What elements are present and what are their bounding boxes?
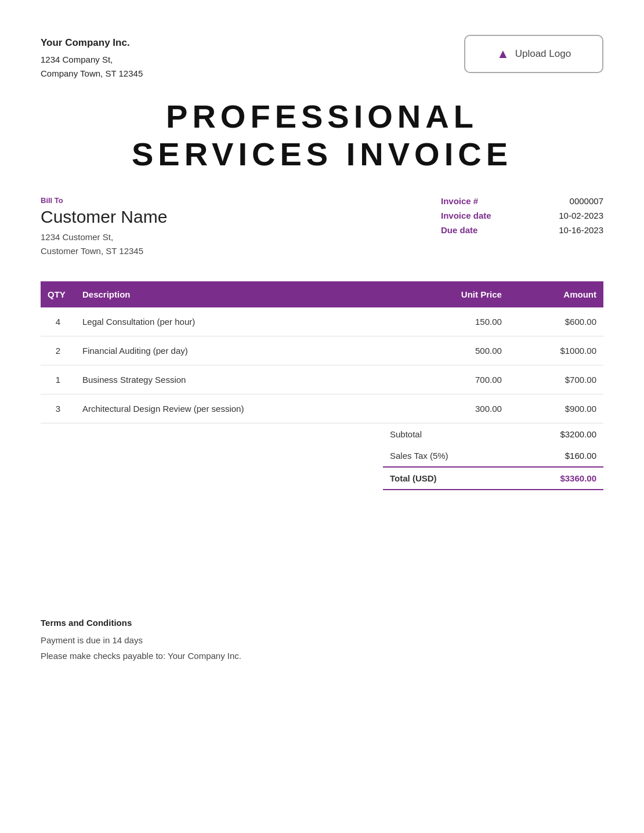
total-label: Total (USD) — [390, 473, 437, 483]
terms-title: Terms and Conditions — [41, 618, 603, 628]
row-description: Legal Consultation (per hour) — [75, 307, 406, 336]
invoice-title: PROFESSIONAL SERVICES INVOICE — [41, 98, 603, 173]
tax-value: $160.00 — [544, 451, 596, 461]
row-qty: 2 — [41, 336, 75, 365]
tax-label: Sales Tax (5%) — [390, 451, 448, 461]
tax-row: Sales Tax (5%) $160.00 — [383, 445, 603, 466]
invoice-number-label: Invoice # — [441, 196, 478, 206]
row-amount: $700.00 — [509, 365, 603, 394]
meta-row-date: Invoice date 10-02-2023 — [441, 211, 603, 220]
row-description: Architectural Design Review (per session… — [75, 394, 406, 423]
row-amount: $900.00 — [509, 394, 603, 423]
upload-logo-label: Upload Logo — [515, 48, 571, 60]
totals-table: Subtotal $3200.00 Sales Tax (5%) $160.00… — [383, 423, 603, 490]
terms-section: Terms and Conditions Payment is due in 1… — [41, 618, 603, 664]
table-row: 4 Legal Consultation (per hour) 150.00 $… — [41, 307, 603, 336]
terms-line2: Please make checks payable to: Your Comp… — [41, 648, 603, 664]
total-value: $3360.00 — [544, 473, 596, 483]
terms-line1: Payment is due in 14 days — [41, 632, 603, 648]
subtotal-label: Subtotal — [390, 429, 422, 439]
terms-text: Payment is due in 14 days Please make ch… — [41, 632, 603, 664]
col-header-amount: Amount — [509, 281, 603, 307]
row-qty: 3 — [41, 394, 75, 423]
row-description: Business Strategy Session — [75, 365, 406, 394]
customer-address: 1234 Customer St, Customer Town, ST 1234… — [41, 230, 167, 258]
row-unit-price: 150.00 — [406, 307, 509, 336]
customer-address-line2: Customer Town, ST 12345 — [41, 244, 167, 258]
upload-logo-button[interactable]: ▲ Upload Logo — [464, 35, 603, 73]
table-header-row: QTY Description Unit Price Amount — [41, 281, 603, 307]
due-date-label: Due date — [441, 225, 477, 235]
header: Your Company Inc. 1234 Company St, Compa… — [41, 35, 603, 81]
table-row: 3 Architectural Design Review (per sessi… — [41, 394, 603, 423]
row-unit-price: 500.00 — [406, 336, 509, 365]
totals-section: Subtotal $3200.00 Sales Tax (5%) $160.00… — [41, 423, 603, 490]
company-address-line2: Company Town, ST 12345 — [41, 67, 143, 81]
row-amount: $600.00 — [509, 307, 603, 336]
col-header-qty: QTY — [41, 281, 75, 307]
invoice-number-value: 0000007 — [570, 196, 603, 206]
row-unit-price: 700.00 — [406, 365, 509, 394]
customer-name: Customer Name — [41, 207, 167, 227]
row-description: Financial Auditing (per day) — [75, 336, 406, 365]
company-name: Your Company Inc. — [41, 35, 143, 50]
bill-to-block: Bill To Customer Name 1234 Customer St, … — [41, 196, 167, 258]
invoice-date-value: 10-02-2023 — [559, 211, 603, 220]
invoice-title-line1: PROFESSIONAL — [41, 98, 603, 135]
upload-icon: ▲ — [497, 46, 509, 61]
bill-to-label: Bill To — [41, 196, 167, 205]
row-qty: 4 — [41, 307, 75, 336]
customer-address-line1: 1234 Customer St, — [41, 230, 167, 244]
row-qty: 1 — [41, 365, 75, 394]
meta-row-due: Due date 10-16-2023 — [441, 225, 603, 235]
invoice-date-label: Invoice date — [441, 211, 491, 220]
invoice-meta: Invoice # 0000007 Invoice date 10-02-202… — [441, 196, 603, 240]
subtotal-row: Subtotal $3200.00 — [383, 423, 603, 445]
bill-section: Bill To Customer Name 1234 Customer St, … — [41, 196, 603, 258]
company-address-line1: 1234 Company St, — [41, 53, 143, 67]
col-header-description: Description — [75, 281, 406, 307]
items-table: QTY Description Unit Price Amount 4 Lega… — [41, 281, 603, 423]
row-unit-price: 300.00 — [406, 394, 509, 423]
row-amount: $1000.00 — [509, 336, 603, 365]
table-row: 2 Financial Auditing (per day) 500.00 $1… — [41, 336, 603, 365]
due-date-value: 10-16-2023 — [559, 225, 603, 235]
company-info: Your Company Inc. 1234 Company St, Compa… — [41, 35, 143, 81]
total-row: Total (USD) $3360.00 — [383, 466, 603, 490]
table-row: 1 Business Strategy Session 700.00 $700.… — [41, 365, 603, 394]
subtotal-value: $3200.00 — [544, 429, 596, 439]
col-header-unit-price: Unit Price — [406, 281, 509, 307]
invoice-title-line2: SERVICES INVOICE — [41, 136, 603, 173]
meta-row-invoice: Invoice # 0000007 — [441, 196, 603, 206]
